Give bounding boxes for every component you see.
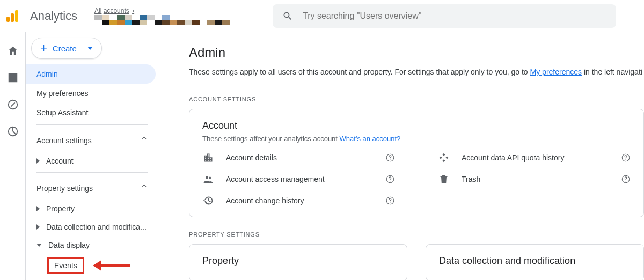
left-icon-rail <box>0 32 26 280</box>
page-title: Admin <box>189 45 644 60</box>
annotation-arrow-icon <box>93 262 130 269</box>
nav-events-highlighted[interactable]: Events <box>47 257 84 274</box>
account-details-row[interactable]: Account details <box>202 152 395 163</box>
home-icon[interactable] <box>7 45 19 57</box>
nav-account[interactable]: Account <box>26 152 159 170</box>
row-label: Account data API quota history <box>462 153 609 162</box>
explore-icon[interactable] <box>7 99 19 110</box>
data-collection-card-title: Data collection and modification <box>439 255 631 267</box>
admin-content: Admin These settings apply to all users … <box>159 32 644 280</box>
reports-icon[interactable] <box>7 72 19 84</box>
search-input[interactable] <box>302 11 606 21</box>
triangle-right-icon <box>36 224 40 230</box>
api-icon <box>438 152 450 163</box>
nav-property[interactable]: Property <box>26 200 159 218</box>
breadcrumb-link[interactable]: accounts <box>104 7 129 14</box>
breadcrumb-prefix: All <box>94 7 101 14</box>
nav-sub-label: Account <box>46 157 148 165</box>
history-icon <box>202 195 214 206</box>
property-settings-label: PROPERTY SETTINGS <box>189 231 644 238</box>
product-name: Analytics <box>30 9 77 23</box>
row-label: Account details <box>226 153 374 162</box>
business-icon <box>202 152 214 163</box>
nav-section-property-settings[interactable]: Property settings ⌃ <box>26 175 159 200</box>
account-settings-label: ACCOUNT SETTINGS <box>189 96 644 102</box>
trash-row[interactable]: Trash <box>438 174 631 185</box>
help-icon[interactable] <box>385 174 395 184</box>
row-label: Account change history <box>226 196 374 205</box>
account-card-desc: These settings affect your analytics acc… <box>202 135 340 143</box>
nav-data-collection[interactable]: Data collection and modifica... <box>26 218 159 236</box>
account-change-history-row[interactable]: Account change history <box>202 195 395 206</box>
subtitle-text-suffix: in the left navigati <box>582 68 642 76</box>
nav-data-display[interactable]: Data display <box>26 236 159 254</box>
nav-sub-label: Data collection and modifica... <box>46 223 148 231</box>
chevron-right-icon: › <box>132 7 134 14</box>
help-icon[interactable] <box>621 153 631 163</box>
admin-navigation-panel: + Create Admin My preferences Setup Assi… <box>26 32 159 280</box>
triangle-right-icon <box>36 158 40 164</box>
nav-sub-label: Property <box>46 204 148 213</box>
nav-sub-label: Data display <box>48 241 148 249</box>
my-preferences-link[interactable]: My preferences <box>530 68 582 76</box>
trash-icon <box>438 174 450 185</box>
help-icon[interactable] <box>385 153 395 163</box>
nav-section-label: Account settings <box>36 136 92 145</box>
whats-an-account-link[interactable]: What's an account? <box>340 135 401 143</box>
account-card-title: Account <box>202 120 631 131</box>
chevron-up-icon: ⌃ <box>140 135 148 146</box>
nav-section-label: Property settings <box>36 184 93 193</box>
svg-point-3 <box>206 176 208 179</box>
dropdown-caret-icon <box>87 47 93 50</box>
triangle-down-icon <box>36 244 42 247</box>
nav-admin[interactable]: Admin <box>26 64 156 84</box>
create-button-label: Create <box>53 44 77 53</box>
account-card: Account These settings affect your analy… <box>189 109 644 217</box>
api-quota-row[interactable]: Account data API quota history <box>438 152 631 163</box>
advertising-icon[interactable] <box>7 126 19 137</box>
ga-logo-icon <box>6 10 18 22</box>
svg-point-4 <box>209 177 211 179</box>
subtitle-text: These settings apply to all users of thi… <box>189 68 530 76</box>
property-card-title: Property <box>202 255 394 267</box>
triangle-right-icon <box>36 206 40 211</box>
data-collection-card: Data collection and modification <box>426 244 644 280</box>
nav-section-account-settings[interactable]: Account settings ⌃ <box>26 127 159 152</box>
nav-setup-assistant[interactable]: Setup Assistant <box>26 103 159 122</box>
account-access-row[interactable]: Account access management <box>202 174 395 185</box>
row-label: Trash <box>462 175 609 183</box>
help-icon[interactable] <box>385 196 395 205</box>
create-button[interactable]: + Create <box>31 38 102 59</box>
nav-my-preferences[interactable]: My preferences <box>26 84 159 103</box>
help-icon[interactable] <box>621 174 631 184</box>
property-card: Property <box>189 244 407 280</box>
account-breadcrumb[interactable]: All accounts › <box>94 7 245 24</box>
people-icon <box>202 174 214 185</box>
page-subtitle: These settings apply to all users of thi… <box>189 68 644 76</box>
search-icon <box>282 11 293 21</box>
search-bar[interactable] <box>273 4 616 28</box>
row-label: Account access management <box>226 175 374 183</box>
chevron-up-icon: ⌃ <box>140 182 148 194</box>
plus-icon: + <box>40 42 47 54</box>
redacted-property-name <box>94 15 245 25</box>
